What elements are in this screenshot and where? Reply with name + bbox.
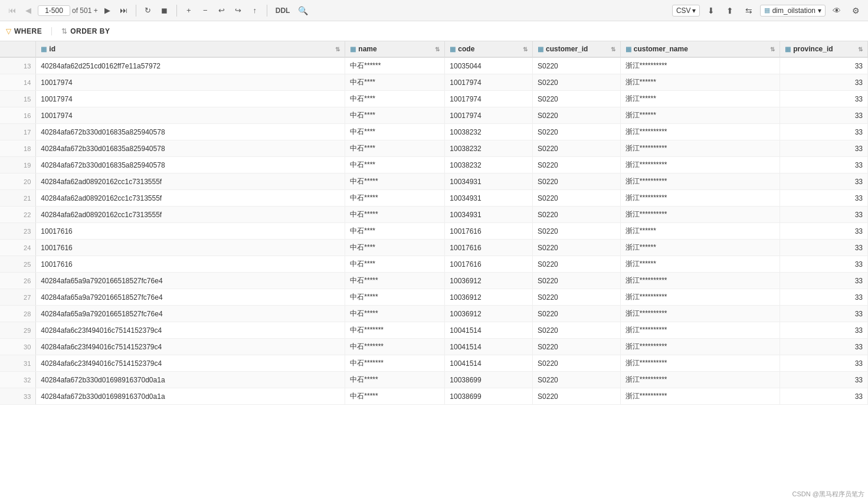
table-row[interactable]: 1840284afa672b330d016835a825940578中石****… xyxy=(0,140,868,157)
col-header-customer-id[interactable]: ▦ customer_id ⇅ xyxy=(533,41,621,57)
prev-page-button[interactable]: ◀ xyxy=(21,4,35,18)
row-number: 14 xyxy=(0,74,36,91)
search-button[interactable]: 🔍 xyxy=(296,4,310,18)
settings-button[interactable]: ⚙ xyxy=(848,3,863,18)
cell-customer-name: 浙江********** xyxy=(620,388,779,405)
redo-button[interactable]: ↪ xyxy=(231,4,245,18)
orderby-label: ORDER BY xyxy=(70,27,110,35)
watermark: CSDN @黑马程序员笔方 xyxy=(792,490,864,499)
cell-id: 10017616 xyxy=(36,256,345,273)
layout-button[interactable]: ⇆ xyxy=(741,3,756,18)
table-row[interactable]: 1340284afa62d251cd0162ff7e11a57972中石****… xyxy=(0,57,868,74)
cell-code: 10034931 xyxy=(445,190,533,207)
table-row[interactable]: 1740284afa672b330d016835a825940578中石****… xyxy=(0,124,868,140)
row-number: 30 xyxy=(0,339,36,355)
refresh-button[interactable]: ↻ xyxy=(141,4,155,18)
next-page-button[interactable]: ▶ xyxy=(100,4,114,18)
col-header-province-id[interactable]: ▦ province_id ⇅ xyxy=(780,41,868,57)
sort-icon-name[interactable]: ⇅ xyxy=(435,46,440,53)
cell-province-id: 33 xyxy=(780,322,868,339)
cell-name: 中石***** xyxy=(345,289,445,306)
col-icon-province-id: ▦ xyxy=(785,45,791,53)
cell-customer-name: 浙江********** xyxy=(620,322,779,339)
cell-name: 中石******* xyxy=(345,322,445,339)
orderby-filter[interactable]: ⇅ ORDER BY xyxy=(61,27,119,35)
sort-icon-id[interactable]: ⇅ xyxy=(335,46,340,53)
table-row[interactable]: 1510017974中石****10017974S0220浙江******33 xyxy=(0,91,868,107)
table-row[interactable]: 1410017974中石****10017974S0220浙江******33 xyxy=(0,74,868,91)
cell-customer-name: 浙江********** xyxy=(620,157,779,173)
table-row[interactable]: 1610017974中石****10017974S0220浙江******33 xyxy=(0,107,868,124)
page-range-display[interactable]: 1-500 xyxy=(38,5,70,16)
data-table: ▦ id ⇅ ▦ name ⇅ ▦ code ⇅ xyxy=(0,41,868,405)
cell-customer-name: 浙江********** xyxy=(620,207,779,223)
cell-code: 10036912 xyxy=(445,306,533,322)
toolbar: ⏮ ◀ 1-500 of 501 + ▶ ⏭ ↻ ◼ + − ↩ ↪ ↑ DDL… xyxy=(0,0,868,21)
delete-row-button[interactable]: − xyxy=(198,4,212,18)
table-row[interactable]: 2740284afa65a9a7920166518527fc76e4中石****… xyxy=(0,289,868,306)
col-header-id[interactable]: ▦ id ⇅ xyxy=(36,41,345,57)
cell-id: 10017616 xyxy=(36,240,345,256)
last-page-button[interactable]: ⏭ xyxy=(117,4,131,18)
cell-customer-id: S0220 xyxy=(533,355,621,372)
table-row[interactable]: 2410017616中石****10017616S0220浙江******33 xyxy=(0,240,868,256)
add-row-button[interactable]: + xyxy=(182,4,196,18)
undo-button[interactable]: ↩ xyxy=(215,4,229,18)
table-row[interactable]: 2840284afa65a9a7920166518527fc76e4中石****… xyxy=(0,306,868,322)
row-number: 21 xyxy=(0,190,36,207)
cell-id: 40284afa62ad08920162cc1c7313555f xyxy=(36,173,345,190)
cell-customer-name: 浙江********** xyxy=(620,190,779,207)
table-row[interactable]: 2240284afa62ad08920162cc1c7313555f中石****… xyxy=(0,207,868,223)
sort-icon-province-id[interactable]: ⇅ xyxy=(858,46,863,53)
table-row[interactable]: 1940284afa672b330d016835a825940578中石****… xyxy=(0,157,868,173)
row-number: 25 xyxy=(0,256,36,273)
table-row[interactable]: 2140284afa62ad08920162cc1c7313555f中石****… xyxy=(0,190,868,207)
cell-id: 40284afa62ad08920162cc1c7313555f xyxy=(36,207,345,223)
col-header-customer-name[interactable]: ▦ customer_name ⇅ xyxy=(620,41,779,57)
table-row[interactable]: 3240284afa672b330d01698916370d0a1a中石****… xyxy=(0,372,868,388)
cell-id: 10017974 xyxy=(36,91,345,107)
csv-export-button[interactable]: CSV ▾ xyxy=(672,5,700,17)
cell-customer-name: 浙江********** xyxy=(620,372,779,388)
cell-code: 10017974 xyxy=(445,107,533,124)
table-row[interactable]: 2310017616中石****10017616S0220浙江******33 xyxy=(0,223,868,240)
table-header-row: ▦ id ⇅ ▦ name ⇅ ▦ code ⇅ xyxy=(0,41,868,57)
cell-customer-id: S0220 xyxy=(533,157,621,173)
table-row[interactable]: 2040284afa62ad08920162cc1c7313555f中石****… xyxy=(0,173,868,190)
cell-customer-name: 浙江********** xyxy=(620,289,779,306)
cell-id: 40284afa672b330d01698916370d0a1a xyxy=(36,388,345,405)
upload-button[interactable]: ↑ xyxy=(248,4,262,18)
sort-icon-customer-id[interactable]: ⇅ xyxy=(611,46,615,53)
col-header-code[interactable]: ▦ code ⇅ xyxy=(445,41,533,57)
table-selector[interactable]: ▦ dim_oilstation ▾ xyxy=(760,5,826,17)
table-row[interactable]: 3040284afa6c23f494016c7514152379c4中石****… xyxy=(0,339,868,355)
cell-name: 中石**** xyxy=(345,91,445,107)
cell-customer-name: 浙江********** xyxy=(620,173,779,190)
table-row[interactable]: 3340284afa672b330d01698916370d0a1a中石****… xyxy=(0,388,868,405)
cell-code: 10034931 xyxy=(445,207,533,223)
preview-button[interactable]: 👁 xyxy=(829,3,844,18)
ddl-button[interactable]: DDL xyxy=(272,4,294,18)
table-row[interactable]: 2510017616中石****10017616S0220浙江******33 xyxy=(0,256,868,273)
cell-name: 中石***** xyxy=(345,207,445,223)
orderby-icon: ⇅ xyxy=(61,27,67,35)
stop-button[interactable]: ◼ xyxy=(158,4,172,18)
table-row[interactable]: 2640284afa65a9a79201665185​27fc76e4中石***… xyxy=(0,273,868,289)
sort-icon-customer-name[interactable]: ⇅ xyxy=(770,46,775,53)
cell-customer-id: S0220 xyxy=(533,140,621,157)
export-button[interactable]: ⬇ xyxy=(722,3,738,18)
where-filter[interactable]: ▽ WHERE xyxy=(6,27,52,35)
first-page-button[interactable]: ⏮ xyxy=(5,4,19,18)
row-number: 23 xyxy=(0,223,36,240)
row-number: 15 xyxy=(0,91,36,107)
col-icon-customer-id: ▦ xyxy=(538,45,543,53)
col-header-name[interactable]: ▦ name ⇅ xyxy=(345,41,445,57)
sort-icon-code[interactable]: ⇅ xyxy=(523,46,528,53)
import-button[interactable]: ⬇ xyxy=(703,3,719,18)
table-row[interactable]: 3140284afa6c23f494016c7514152379c4中石****… xyxy=(0,355,868,372)
col-icon-name: ▦ xyxy=(350,45,356,53)
cell-id: 40284afa672b330d016835a825940578 xyxy=(36,124,345,140)
cell-province-id: 33 xyxy=(780,355,868,372)
table-row[interactable]: 2940284afa6c23f494016c7514152379c4中石****… xyxy=(0,322,868,339)
cell-customer-id: S0220 xyxy=(533,240,621,256)
